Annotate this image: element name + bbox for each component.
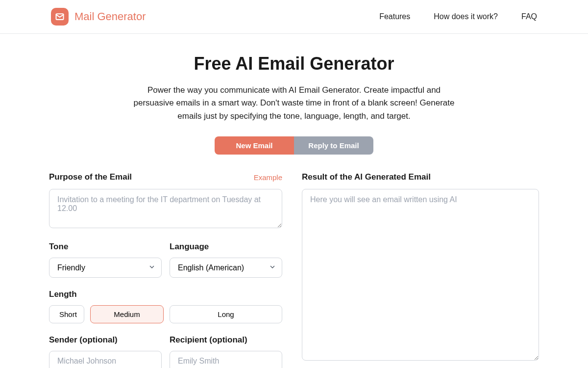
length-long-button[interactable]: Long [170,305,282,323]
page-subtitle: Power the way you communicate with AI Em… [132,84,456,123]
nav-how-it-works[interactable]: How does it work? [434,12,498,21]
result-header: Result of the AI Generated Email [302,172,539,182]
language-field: Language English (American) [170,242,282,278]
nav-faq[interactable]: FAQ [521,12,537,21]
result-label: Result of the AI Generated Email [302,172,431,182]
purpose-input[interactable] [49,189,282,228]
tone-language-row: Tone Friendly Language English [49,242,282,278]
tab-new-email[interactable]: New Email [215,136,294,155]
length-buttons: Short Medium Long [49,305,282,323]
language-label: Language [170,242,282,252]
recipient-input[interactable] [170,351,282,368]
result-output[interactable] [302,189,539,361]
tone-label: Tone [49,242,162,252]
language-select[interactable]: English (American) [170,258,282,278]
sender-input[interactable] [49,351,162,368]
tone-select[interactable]: Friendly [49,258,162,278]
left-column: Purpose of the Email Example Tone Friend… [49,172,282,368]
sender-label: Sender (optional) [49,335,162,345]
brand[interactable]: Mail Generator [51,8,146,26]
nav: Features How does it work? FAQ [379,12,537,21]
main-container: Free AI Email Generator Power the way yo… [49,34,539,368]
form-row: Purpose of the Email Example Tone Friend… [49,172,539,368]
header: Mail Generator Features How does it work… [0,0,588,34]
sender-recipient-row: Sender (optional) Recipient (optional) [49,335,282,368]
length-field: Length Short Medium Long [49,289,282,323]
recipient-label: Recipient (optional) [170,335,282,345]
email-type-toggle: New Email Reply to Email [215,136,373,155]
length-label: Length [49,289,282,299]
logo-icon [51,8,69,26]
tab-reply-email[interactable]: Reply to Email [294,136,373,155]
brand-name: Mail Generator [74,10,146,23]
right-column: Result of the AI Generated Email [302,172,539,368]
tone-field: Tone Friendly [49,242,162,278]
page-title: Free AI Email Generator [49,53,539,74]
nav-features[interactable]: Features [379,12,410,21]
purpose-header: Purpose of the Email Example [49,172,282,182]
length-medium-button[interactable]: Medium [90,305,164,323]
example-link[interactable]: Example [254,173,282,182]
recipient-field: Recipient (optional) [170,335,282,368]
purpose-label: Purpose of the Email [49,172,132,182]
length-short-button[interactable]: Short [49,305,84,323]
sender-field: Sender (optional) [49,335,162,368]
